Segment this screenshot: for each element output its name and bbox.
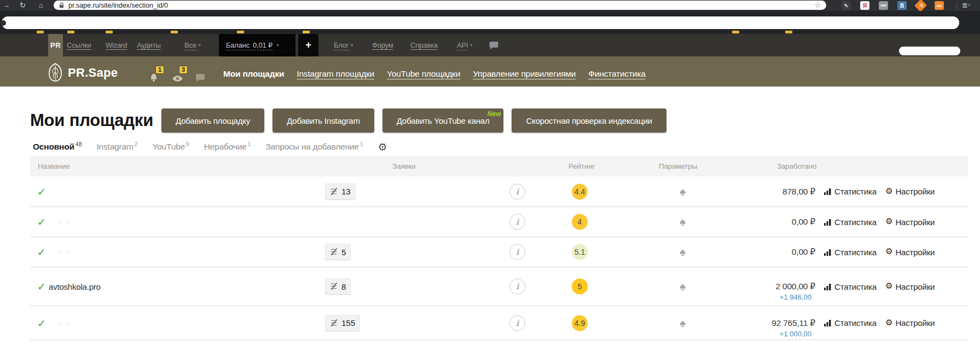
nav-wizard[interactable]: Wizard (106, 34, 127, 56)
nav-privileges[interactable]: Управление привилегиями (473, 69, 576, 79)
pen-extension-icon[interactable]: ✎ (842, 1, 851, 10)
support-chat-icon[interactable] (489, 41, 499, 50)
col-requests: Заявки (392, 156, 415, 176)
index-check-button[interactable]: Скоростная проверка индексации (512, 108, 666, 133)
address-bar[interactable]: pr.sape.ru/site/index/section_id/0 ☆ (54, 1, 826, 10)
info-icon[interactable]: i (509, 244, 525, 260)
spade-params-icon[interactable]: ♠ (680, 215, 686, 228)
caret-down-icon: ▾ (199, 43, 201, 48)
eye-count-badge[interactable]: 3 (179, 66, 188, 74)
add-youtube-button[interactable]: Добавить YouTube каналNew (382, 108, 504, 133)
earned-amount: 0,00 ₽ (792, 217, 815, 227)
tab-instagram[interactable]: Instagram2 (96, 141, 137, 152)
settings-link[interactable]: ⚙ Настройки (885, 247, 935, 257)
eye-icon[interactable] (172, 74, 183, 85)
walnut-logo-icon[interactable] (47, 62, 63, 84)
tab-inactive[interactable]: Нерабочие1 (204, 141, 251, 152)
rating-badge[interactable]: 4.4 (572, 184, 588, 199)
statistics-link[interactable]: Статистика (824, 318, 877, 328)
bookmark-favicon[interactable] (237, 31, 244, 33)
reading-list-icon[interactable]: ≣♪ (962, 0, 970, 12)
site-name: · · (60, 249, 70, 255)
bookmark-favicon[interactable] (171, 31, 178, 33)
nav-links[interactable]: Ссылки (67, 34, 91, 56)
bell-count-badge[interactable]: 1 (155, 66, 164, 74)
screen: → ↻ ⌂ pr.sape.ru/site/index/section_id/0… (0, 0, 980, 344)
nav-api-dropdown[interactable]: API▾ (457, 34, 472, 56)
home-icon[interactable]: ⌂ (39, 0, 43, 11)
active-check-icon: ✓ (37, 185, 46, 198)
rating-badge[interactable]: 5.1 (572, 244, 588, 260)
requests-badge[interactable]: 8 (325, 278, 351, 295)
table-settings-gear-icon[interactable]: ⚙ (378, 141, 387, 153)
nav-instagram-sites[interactable]: Instagram площадки (297, 69, 374, 79)
balance-dropdown[interactable]: Баланс0,01 ₽ ▾ (219, 34, 295, 56)
requests-badge[interactable]: 5 (325, 244, 351, 260)
privacy-cover (2, 16, 959, 29)
rating-badge[interactable]: 4.9 (572, 315, 588, 331)
settings-link[interactable]: ⚙ Настройки (885, 217, 935, 227)
bookmarks-bar (0, 11, 980, 34)
settings-link[interactable]: ⚙ Настройки (885, 282, 935, 291)
statistics-link[interactable]: Статистика (824, 217, 877, 227)
info-icon[interactable]: i (509, 279, 525, 295)
yandex-extension-icon[interactable]: Я (860, 1, 869, 10)
bookmark-favicon[interactable] (37, 31, 44, 33)
site-name[interactable]: avtoshkola.pro (49, 282, 101, 291)
vk-extension-icon[interactable]: B (897, 1, 907, 10)
info-icon[interactable]: i (509, 214, 525, 230)
messages-bubble-icon[interactable] (195, 73, 205, 85)
bookmark-favicon[interactable] (67, 31, 74, 33)
nav-all-dropdown[interactable]: Все▾ (184, 34, 201, 56)
requests-badge[interactable]: 155 (325, 315, 360, 331)
rss-extension-icon[interactable]: ·)) (914, 0, 927, 12)
nav-finstats[interactable]: Финстатистика (588, 69, 645, 79)
info-icon[interactable]: i (509, 184, 525, 199)
tab-youtube[interactable]: YouTube0 (152, 141, 189, 152)
bar-chart-icon (824, 218, 832, 226)
bell-icon[interactable] (149, 73, 159, 85)
bar-chart-icon (824, 248, 832, 256)
statistics-link[interactable]: Статистика (824, 282, 877, 291)
add-instagram-button[interactable]: Добавить Instagram (272, 108, 374, 133)
add-funds-button[interactable]: + (298, 34, 318, 56)
spade-params-icon[interactable]: ♠ (680, 185, 686, 198)
bookmark-favicon[interactable] (785, 31, 792, 33)
statistics-link[interactable]: Статистика (824, 248, 877, 257)
bookmark-star-icon[interactable]: ☆ (815, 1, 821, 10)
nav-my-sites[interactable]: Мои площадки (223, 69, 284, 79)
spade-params-icon[interactable]: ♠ (680, 245, 686, 259)
settings-link[interactable]: ⚙ Настройки (885, 318, 935, 328)
table-row: ✓ 13 i 4.4 ♠ 878,00 ₽ Статистика ⚙ (30, 176, 968, 207)
pr-logo-badge[interactable]: PR (48, 34, 63, 56)
bookmark-favicon[interactable] (303, 31, 310, 33)
brand-logo-text[interactable]: PR.Sape (68, 66, 118, 80)
rating-badge[interactable]: 4 (572, 214, 588, 230)
bookmark-favicon[interactable] (106, 31, 113, 33)
info-icon[interactable]: i (509, 315, 525, 331)
ok-extension-icon[interactable]: ok (935, 1, 944, 10)
nav-help[interactable]: Справка (410, 34, 438, 56)
earned-amount: 92 765,11 ₽ +1 000,00 (772, 318, 815, 328)
nav-youtube-sites[interactable]: YouTube площадки (387, 69, 460, 79)
tab-main[interactable]: Основной48 (33, 141, 82, 152)
spade-params-icon[interactable]: ♠ (680, 317, 686, 330)
bar-chart-icon (824, 319, 832, 327)
settings-link[interactable]: ⚙ Настройки (885, 187, 935, 197)
tab-add-requests[interactable]: Запросы на добавление1 (265, 141, 363, 152)
rating-badge[interactable]: 5 (572, 279, 588, 295)
nav-blog-dropdown[interactable]: Блог▾ (334, 34, 353, 56)
nav-forum[interactable]: Форум (372, 34, 393, 56)
reload-icon[interactable]: ↻ (20, 0, 26, 11)
col-name: Название (38, 156, 70, 176)
bookmark-favicon[interactable] (732, 31, 739, 33)
statistics-link[interactable]: Статистика (824, 187, 877, 196)
header-user-cover (899, 47, 960, 55)
add-site-button[interactable]: Добавить площадку (161, 108, 264, 133)
nav-audits[interactable]: Аудиты (137, 34, 161, 56)
spade-params-icon[interactable]: ♠ (680, 280, 686, 293)
sites-table: Название Заявки Рейтинг Параметры Зарабо… (30, 156, 968, 340)
requests-badge[interactable]: 13 (325, 184, 356, 200)
adblock-extension-icon[interactable]: ABP (879, 1, 888, 10)
forward-icon[interactable]: → (3, 0, 10, 11)
